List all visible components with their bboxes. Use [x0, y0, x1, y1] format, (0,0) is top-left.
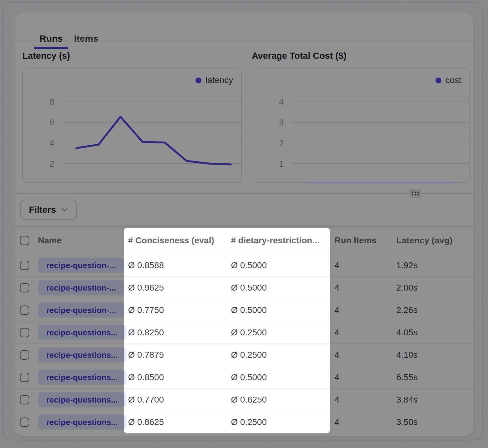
cell-latency-avg: 4.10s — [396, 344, 418, 366]
cost-legend-dot-icon — [435, 77, 441, 83]
tab-runs-label: Runs — [39, 33, 63, 44]
column-header-name[interactable]: Name — [38, 227, 62, 254]
active-tab-indicator — [34, 47, 68, 49]
cell-latency-avg: 2.00s — [396, 277, 418, 299]
cell-conciseness: Ø 0.8588 — [128, 254, 164, 276]
svg-text:3: 3 — [279, 118, 284, 127]
latency-chart-title: Latency (s) — [22, 50, 70, 61]
cell-dietary-restriction: Ø 0.6250 — [231, 389, 267, 411]
cost-legend: cost — [435, 75, 461, 85]
cell-latency-avg: 6.55s — [396, 366, 418, 388]
row-checkbox[interactable] — [20, 418, 29, 427]
cell-conciseness: Ø 0.7875 — [128, 344, 164, 366]
cost-chart-title: Average Total Cost ($) — [252, 50, 347, 61]
cell-dietary-restriction: Ø 0.5000 — [231, 254, 267, 276]
table-row: recipe-question-... Ø 0.8588 Ø 0.5000 4 … — [15, 254, 473, 277]
run-name-badge[interactable]: recipe-questions... — [38, 392, 126, 407]
table-row: recipe-questions... Ø 0.8500 Ø 0.5000 4 … — [15, 366, 473, 389]
svg-text:4: 4 — [279, 97, 284, 107]
cell-run-items: 4 — [334, 321, 339, 343]
cell-conciseness: Ø 0.8500 — [128, 366, 164, 388]
table-header-row: Name # Conciseness (eval) # dietary-rest… — [15, 226, 473, 254]
cell-conciseness: Ø 0.7750 — [128, 299, 164, 321]
cell-run-items: 4 — [334, 344, 339, 366]
cell-run-items: 4 — [334, 411, 339, 433]
column-header-run-items[interactable]: Run Items — [334, 227, 376, 254]
run-name-badge[interactable]: recipe-questions... — [38, 370, 126, 385]
run-name-badge[interactable]: recipe-questions... — [38, 325, 126, 340]
column-header-dietary-restriction[interactable]: # dietary-restriction... — [231, 227, 320, 254]
table-row: recipe-questions... Ø 0.8625 Ø 0.2500 4 … — [15, 411, 473, 433]
cell-run-items: 4 — [334, 389, 339, 411]
cell-latency-avg: 1.92s — [396, 254, 418, 276]
latency-legend: latency — [196, 75, 233, 85]
grip-dots-icon — [411, 191, 419, 196]
tab-runs[interactable]: Runs — [34, 33, 68, 44]
cost-chart-card: 1234 cost — [252, 68, 470, 183]
cost-chart: 1234 — [252, 68, 470, 183]
filters-button-label: Filters — [29, 205, 56, 215]
cell-dietary-restriction: Ø 0.5000 — [231, 277, 267, 299]
row-checkbox[interactable] — [20, 306, 29, 315]
table-row: recipe-question-... Ø 0.9625 Ø 0.5000 4 … — [15, 277, 473, 299]
cell-run-items: 4 — [334, 299, 339, 321]
column-header-conciseness[interactable]: # Conciseness (eval) — [128, 227, 214, 254]
svg-text:1: 1 — [279, 159, 284, 169]
table-row: recipe-questions... Ø 0.7700 Ø 0.6250 4 … — [15, 389, 473, 411]
svg-text:2: 2 — [279, 138, 284, 148]
row-checkbox[interactable] — [20, 373, 29, 382]
column-header-latency-avg[interactable]: Latency (avg) — [396, 227, 453, 254]
cell-dietary-restriction: Ø 0.5000 — [231, 366, 267, 388]
row-checkbox[interactable] — [20, 261, 29, 270]
svg-text:2: 2 — [49, 159, 54, 169]
panel-resize-handle[interactable] — [409, 189, 421, 198]
tab-bar: Runs Items — [34, 33, 104, 44]
cell-dietary-restriction: Ø 0.2500 — [231, 321, 267, 343]
section-divider — [15, 193, 473, 194]
tab-items-label: Items — [74, 33, 98, 44]
latency-legend-dot-icon — [196, 77, 201, 83]
cell-conciseness: Ø 0.8625 — [128, 411, 164, 433]
latency-legend-label: latency — [205, 75, 233, 85]
row-checkbox[interactable] — [20, 283, 29, 292]
cell-dietary-restriction: Ø 0.2500 — [231, 411, 267, 433]
table-row: recipe-question-... Ø 0.7750 Ø 0.5000 4 … — [15, 299, 473, 321]
run-name-badge[interactable]: recipe-questions... — [38, 415, 126, 430]
table-row: recipe-questions... Ø 0.7875 Ø 0.2500 4 … — [15, 344, 473, 366]
runs-panel: Runs Items Latency (s) Average Total Cos… — [15, 12, 473, 436]
run-name-badge[interactable]: recipe-questions... — [38, 347, 126, 362]
chevron-down-icon — [61, 206, 68, 213]
tab-items[interactable]: Items — [69, 33, 104, 44]
cell-latency-avg: 2.26s — [396, 299, 418, 321]
tabs-divider — [15, 40, 473, 40]
row-checkbox[interactable] — [20, 350, 29, 360]
cell-latency-avg: 3.84s — [396, 389, 418, 411]
table-row: recipe-questions... Ø 0.8250 Ø 0.2500 4 … — [15, 321, 473, 344]
table-body: recipe-question-... Ø 0.8588 Ø 0.5000 4 … — [15, 254, 473, 433]
run-name-badge[interactable]: recipe-question-... — [38, 280, 124, 295]
cost-legend-label: cost — [445, 75, 461, 85]
cell-run-items: 4 — [334, 277, 339, 299]
svg-text:6: 6 — [49, 118, 54, 127]
cell-conciseness: Ø 0.9625 — [128, 277, 164, 299]
runs-table: Name # Conciseness (eval) # dietary-rest… — [15, 226, 473, 433]
select-all-checkbox[interactable] — [20, 236, 29, 245]
cell-run-items: 4 — [334, 254, 339, 276]
run-name-badge[interactable]: recipe-question-... — [38, 302, 124, 318]
dataset-runs-screen: Runs Items Latency (s) Average Total Cos… — [0, 0, 488, 448]
row-checkbox[interactable] — [20, 395, 29, 404]
filters-button[interactable]: Filters — [20, 200, 77, 220]
row-checkbox[interactable] — [20, 328, 29, 337]
cell-conciseness: Ø 0.7700 — [128, 389, 164, 411]
cell-conciseness: Ø 0.8250 — [128, 321, 164, 343]
svg-text:8: 8 — [49, 97, 54, 107]
cell-dietary-restriction: Ø 0.5000 — [231, 299, 267, 321]
cell-run-items: 4 — [334, 366, 339, 388]
run-name-badge[interactable]: recipe-question-... — [38, 258, 124, 273]
svg-text:4: 4 — [49, 138, 54, 148]
latency-chart: 2468 — [23, 68, 242, 183]
cell-dietary-restriction: Ø 0.2500 — [231, 344, 267, 366]
latency-chart-card: 2468 latency — [22, 68, 242, 183]
cell-latency-avg: 3.50s — [396, 411, 418, 433]
cell-latency-avg: 4.05s — [396, 321, 418, 343]
